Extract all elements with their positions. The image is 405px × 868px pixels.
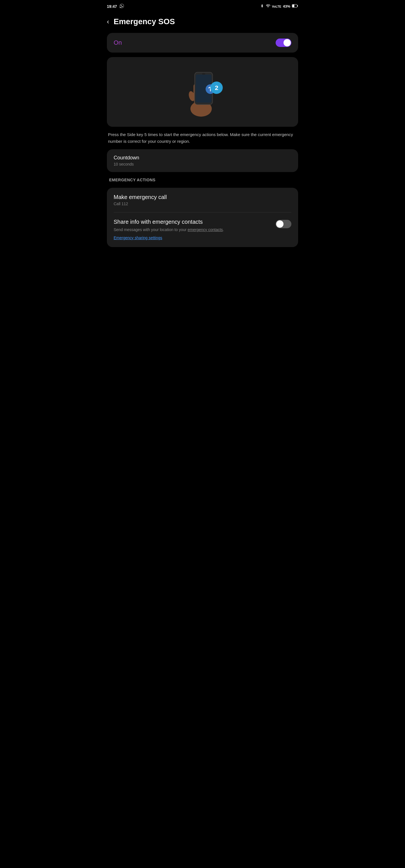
countdown-value: 10 seconds (114, 162, 291, 166)
toggle-thumb (284, 39, 291, 46)
whatsapp-icon (119, 3, 124, 9)
description-text: Press the Side key 5 times to start the … (107, 131, 298, 145)
svg-point-12 (202, 73, 205, 75)
emergency-sharing-settings-link[interactable]: Emergency sharing settings (114, 236, 162, 240)
share-info-description: Send messages with your location to your… (114, 227, 271, 233)
back-button[interactable]: ‹ (107, 18, 109, 25)
share-info-item: Share info with emergency contacts Send … (107, 213, 298, 247)
share-info-toggle-thumb (276, 220, 284, 228)
countdown-title: Countdown (114, 155, 291, 161)
time-display: 19:47 (107, 4, 117, 9)
battery-icon (292, 4, 298, 8)
share-info-desc-text2: . (223, 227, 224, 232)
bluetooth-icon (260, 4, 264, 9)
countdown-card[interactable]: Countdown 10 seconds (107, 149, 298, 172)
emergency-actions-card: Make emergency call Call 112 Share info … (107, 188, 298, 247)
make-call-subtitle: Call 112 (114, 202, 291, 206)
page-header: ‹ Emergency SOS (101, 11, 304, 33)
battery-display: 43% (283, 4, 290, 8)
wifi-icon (266, 4, 270, 9)
svg-rect-2 (297, 5, 298, 7)
share-info-desc-text1: Send messages with your location to your (114, 227, 187, 232)
share-info-toggle[interactable] (276, 220, 291, 228)
status-left: 19:47 (107, 3, 124, 9)
emergency-actions-label: Emergency actions (107, 177, 298, 183)
illustration-card: 2 (107, 57, 298, 127)
share-info-title: Share info with emergency contacts (114, 219, 271, 225)
status-right: VoLTE 43% (260, 4, 298, 9)
phone-illustration: 2 (180, 64, 225, 120)
share-info-content: Share info with emergency contacts Send … (114, 219, 271, 241)
sos-toggle[interactable] (276, 38, 291, 47)
toggle-card: On (107, 33, 298, 53)
make-call-title: Make emergency call (114, 194, 291, 200)
page-title: Emergency SOS (114, 17, 175, 26)
svg-rect-1 (292, 5, 294, 7)
signal-icon: VoLTE (272, 5, 281, 8)
status-bar: 19:47 VoLTE 43% (101, 0, 304, 11)
emergency-contacts-link[interactable]: emergency contacts (187, 227, 223, 232)
toggle-label: On (114, 39, 122, 46)
make-call-item[interactable]: Make emergency call Call 112 (107, 188, 298, 212)
toggle-row: On (114, 38, 291, 47)
page-content: On (101, 33, 304, 247)
svg-text:2: 2 (215, 84, 218, 91)
